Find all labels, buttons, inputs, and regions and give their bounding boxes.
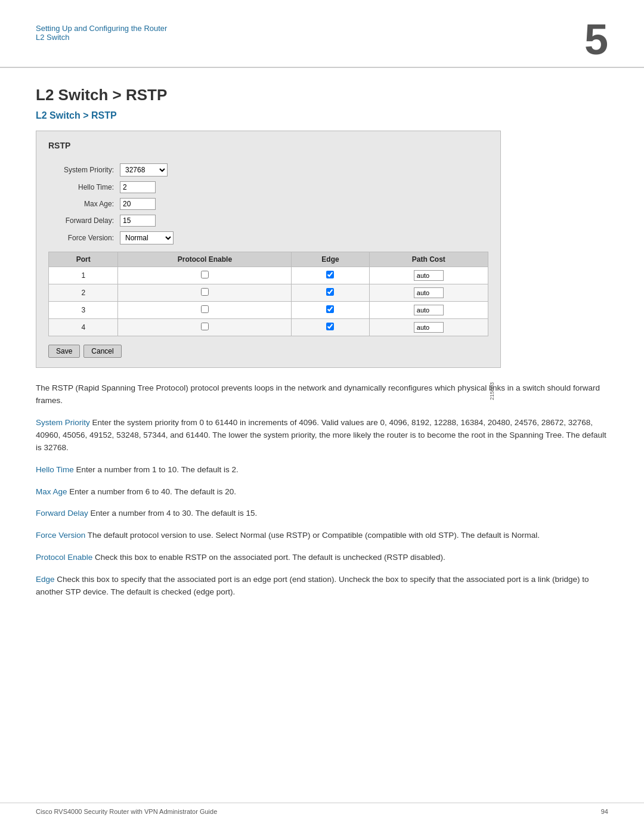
edge-checkbox-1[interactable] <box>326 271 334 278</box>
forward-delay-paragraph: Forward Delay Enter a number from 4 to 3… <box>36 507 608 520</box>
hello-time-text: Enter a number from 1 to 10. The default… <box>74 465 239 474</box>
cell-path-cost-2[interactable] <box>369 284 488 302</box>
chapter-number: 5 <box>584 18 608 61</box>
cell-edge-2[interactable] <box>292 284 369 302</box>
page-footer: Cisco RVS4000 Security Router with VPN A… <box>0 803 644 815</box>
hello-time-term: Hello Time <box>36 465 74 474</box>
force-version-row: Force Version: Normal Compatible <box>48 231 488 244</box>
cell-edge-3[interactable] <box>292 302 369 319</box>
table-row: 3 <box>49 302 488 319</box>
col-protocol-enable: Protocol Enable <box>118 252 292 267</box>
figure-number: 215663 <box>489 382 495 400</box>
page-title: L2 Switch > RSTP <box>36 86 608 104</box>
cell-protocol-enable-3[interactable] <box>118 302 292 319</box>
system-priority-term: System Priority <box>36 418 90 427</box>
intro-text: The RSTP (Rapid Spanning Tree Protocol) … <box>36 383 600 405</box>
edge-checkbox-3[interactable] <box>326 305 334 313</box>
path-cost-input-2[interactable] <box>414 287 444 298</box>
footer-right: 94 <box>601 808 608 815</box>
protocol-enable-paragraph: Protocol Enable Check this box to enable… <box>36 552 608 564</box>
edge-checkbox-4[interactable] <box>326 323 334 330</box>
force-version-term: Force Version <box>36 531 85 540</box>
protocol-enable-checkbox-4[interactable] <box>201 323 209 330</box>
hello-time-label: Hello Time: <box>48 183 120 191</box>
cell-path-cost-3[interactable] <box>369 302 488 319</box>
cell-port-1: 1 <box>49 267 118 284</box>
cell-path-cost-1[interactable] <box>369 267 488 284</box>
path-cost-input-1[interactable] <box>414 270 444 281</box>
cell-port-4: 4 <box>49 319 118 336</box>
force-version-select[interactable]: Normal Compatible <box>120 231 174 244</box>
save-button[interactable]: Save <box>48 345 80 358</box>
max-age-row: Max Age: <box>48 198 488 210</box>
col-edge: Edge <box>292 252 369 267</box>
rstp-panel: RSTP System Priority: 32768 0 4096 8192 … <box>36 131 501 368</box>
rstp-panel-title: RSTP <box>48 141 488 154</box>
cell-protocol-enable-1[interactable] <box>118 267 292 284</box>
chapter-title: Setting Up and Configuring the Router <box>36 24 167 33</box>
max-age-paragraph: Max Age Enter a number from 6 to 40. The… <box>36 486 608 498</box>
protocol-enable-text: Check this box to enable RSTP on the ass… <box>92 553 445 562</box>
forward-delay-term: Forward Delay <box>36 509 88 518</box>
cell-protocol-enable-2[interactable] <box>118 284 292 302</box>
rstp-table: Port Protocol Enable Edge Path Cost 1234 <box>48 252 488 336</box>
table-header-row: Port Protocol Enable Edge Path Cost <box>49 252 488 267</box>
system-priority-paragraph: System Priority Enter the system priorit… <box>36 417 608 454</box>
col-path-cost: Path Cost <box>369 252 488 267</box>
table-row: 2 <box>49 284 488 302</box>
table-row: 4 <box>49 319 488 336</box>
edge-text: Check this box to specify that the assoc… <box>36 575 589 596</box>
forward-delay-input[interactable] <box>120 215 156 227</box>
footer-left: Cisco RVS4000 Security Router with VPN A… <box>36 808 217 815</box>
system-priority-label: System Priority: <box>48 166 120 174</box>
edge-checkbox-2[interactable] <box>326 288 334 296</box>
protocol-enable-checkbox-2[interactable] <box>201 288 209 296</box>
cancel-button[interactable]: Cancel <box>83 345 121 358</box>
forward-delay-label: Forward Delay: <box>48 216 120 225</box>
system-priority-row: System Priority: 32768 0 4096 8192 12288… <box>48 163 488 176</box>
header-left: Setting Up and Configuring the Router L2… <box>36 24 167 42</box>
protocol-enable-term: Protocol Enable <box>36 553 92 562</box>
hello-time-input[interactable] <box>120 181 156 193</box>
page-header: Setting Up and Configuring the Router L2… <box>0 0 644 68</box>
main-content: L2 Switch > RSTP L2 Switch > RSTP RSTP S… <box>0 68 644 632</box>
button-row: Save Cancel <box>48 345 488 358</box>
system-priority-select[interactable]: 32768 0 4096 8192 12288 16384 20480 2457… <box>120 163 168 176</box>
cell-path-cost-4[interactable] <box>369 319 488 336</box>
cell-edge-4[interactable] <box>292 319 369 336</box>
edge-paragraph: Edge Check this box to specify that the … <box>36 574 608 599</box>
hello-time-paragraph: Hello Time Enter a number from 1 to 10. … <box>36 464 608 476</box>
table-row: 1 <box>49 267 488 284</box>
cell-protocol-enable-4[interactable] <box>118 319 292 336</box>
force-version-paragraph: Force Version The default protocol versi… <box>36 529 608 542</box>
cell-edge-1[interactable] <box>292 267 369 284</box>
section-title: L2 Switch > RSTP <box>36 110 608 121</box>
cell-port-2: 2 <box>49 284 118 302</box>
path-cost-input-3[interactable] <box>414 305 444 315</box>
protocol-enable-checkbox-1[interactable] <box>201 271 209 278</box>
system-priority-text: Enter the system priority from 0 to 6144… <box>36 418 606 452</box>
path-cost-input-4[interactable] <box>414 322 444 333</box>
forward-delay-text: Enter a number from 4 to 30. The default… <box>88 509 257 518</box>
protocol-enable-checkbox-3[interactable] <box>201 305 209 313</box>
col-port: Port <box>49 252 118 267</box>
intro-paragraph: The RSTP (Rapid Spanning Tree Protocol) … <box>36 382 608 407</box>
cell-port-3: 3 <box>49 302 118 319</box>
forward-delay-row: Forward Delay: <box>48 215 488 227</box>
max-age-input[interactable] <box>120 198 156 210</box>
force-version-label: Force Version: <box>48 234 120 242</box>
header-sub-title: L2 Switch <box>36 33 167 42</box>
hello-time-row: Hello Time: <box>48 181 488 193</box>
max-age-text: Enter a number from 6 to 40. The default… <box>67 487 236 496</box>
rstp-panel-wrapper: RSTP System Priority: 32768 0 4096 8192 … <box>36 131 501 382</box>
max-age-term: Max Age <box>36 487 67 496</box>
max-age-label: Max Age: <box>48 200 120 208</box>
force-version-text: The default protocol version to use. Sel… <box>85 531 540 540</box>
edge-term: Edge <box>36 575 55 584</box>
